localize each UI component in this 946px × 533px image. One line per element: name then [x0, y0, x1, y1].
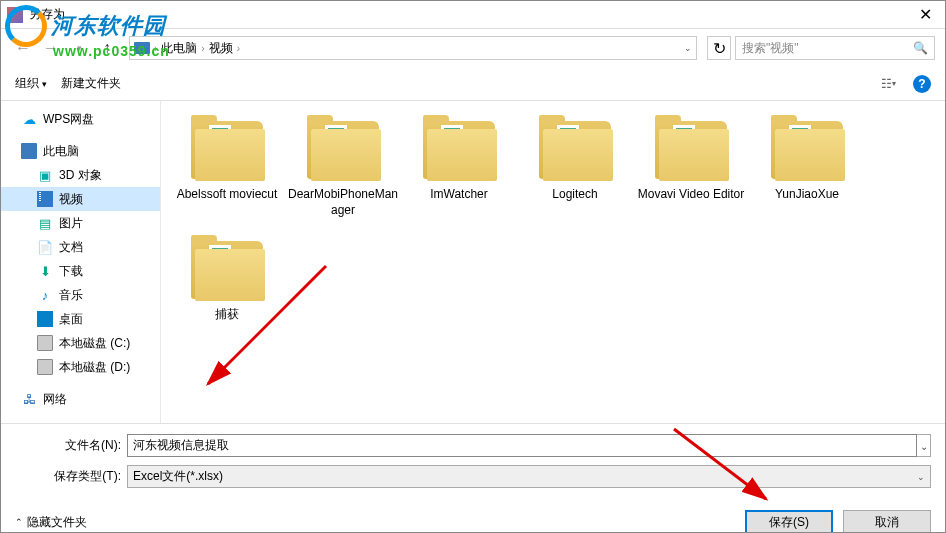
close-button[interactable]: ✕	[905, 1, 945, 29]
dl-icon: ⬇	[37, 263, 53, 279]
sidebar-item-label: 桌面	[59, 311, 83, 328]
folder-item[interactable]: Abelssoft moviecut	[169, 115, 285, 235]
sidebar-item-wps[interactable]: ☁WPS网盘	[1, 107, 160, 131]
folder-label: DearMobiPhoneManager	[285, 187, 401, 218]
pic-icon: ▤	[37, 215, 53, 231]
sidebar-item-disk[interactable]: 本地磁盘 (C:)	[1, 331, 160, 355]
app-icon	[7, 7, 23, 23]
cancel-button[interactable]: 取消	[843, 510, 931, 533]
navbar: ← → ▾ ↑ › 此电脑 › 视频 › ⌄ ↻ 搜索"视频" 🔍	[1, 29, 945, 67]
folder-icon	[191, 241, 263, 299]
sidebar-item-label: 视频	[59, 191, 83, 208]
sidebar-item-pic[interactable]: ▤图片	[1, 211, 160, 235]
search-input[interactable]: 搜索"视频" 🔍	[735, 36, 935, 60]
sidebar-item-label: 文档	[59, 239, 83, 256]
new-folder-button[interactable]: 新建文件夹	[61, 75, 121, 92]
filename-label: 文件名(N):	[15, 437, 127, 454]
search-placeholder: 搜索"视频"	[742, 40, 799, 57]
dropdown-icon: ⌄	[917, 472, 925, 482]
toolbar: 组织 ▾ 新建文件夹 ☷ ▾ ?	[1, 67, 945, 101]
filename-dropdown-icon[interactable]: ⌄	[917, 434, 931, 457]
sidebar-item-desk[interactable]: 桌面	[1, 307, 160, 331]
folder-label: Abelssoft moviecut	[175, 187, 280, 203]
folder-icon	[423, 121, 495, 179]
sidebar-item-label: 图片	[59, 215, 83, 232]
folder-label: YunJiaoXue	[773, 187, 841, 203]
pc-icon	[134, 42, 150, 54]
folder-label: Logitech	[550, 187, 599, 203]
net-icon: 🖧	[21, 391, 37, 407]
sidebar-item-label: 本地磁盘 (C:)	[59, 335, 130, 352]
sidebar: ☁WPS网盘此电脑▣3D 对象视频▤图片📄文档⬇下载♪音乐桌面本地磁盘 (C:)…	[1, 101, 161, 423]
folder-label: Movavi Video Editor	[636, 187, 747, 203]
video-icon	[37, 191, 53, 207]
sidebar-item-pc[interactable]: 此电脑	[1, 139, 160, 163]
wps-icon: ☁	[21, 111, 37, 127]
sidebar-item-label: 本地磁盘 (D:)	[59, 359, 130, 376]
folder-item[interactable]: Logitech	[517, 115, 633, 235]
folder-item[interactable]: Movavi Video Editor	[633, 115, 749, 235]
disk-icon	[37, 359, 53, 375]
chevron-icon: ›	[201, 43, 204, 54]
folder-icon	[307, 121, 379, 179]
doc-icon: 📄	[37, 239, 53, 255]
folder-content[interactable]: Abelssoft moviecutDearMobiPhoneManagerIm…	[161, 101, 945, 423]
filetype-value: Excel文件(*.xlsx)	[133, 468, 223, 485]
search-icon: 🔍	[913, 41, 928, 55]
window-title: 另存为	[29, 6, 905, 23]
footer: ⌃ 隐藏文件夹 保存(S) 取消	[1, 496, 945, 533]
3d-icon: ▣	[37, 167, 53, 183]
hide-folders-button[interactable]: ⌃ 隐藏文件夹	[15, 514, 87, 531]
dropdown-icon[interactable]: ⌄	[684, 43, 692, 53]
pc-icon	[21, 143, 37, 159]
sidebar-item-dl[interactable]: ⬇下载	[1, 259, 160, 283]
sidebar-item-label: WPS网盘	[43, 111, 94, 128]
bottom-fields: 文件名(N): ⌄ 保存类型(T): Excel文件(*.xlsx) ⌄	[1, 423, 945, 488]
sidebar-item-label: 音乐	[59, 287, 83, 304]
breadcrumb[interactable]: › 此电脑 › 视频 › ⌄	[129, 36, 697, 60]
filetype-label: 保存类型(T):	[15, 468, 127, 485]
sidebar-item-music[interactable]: ♪音乐	[1, 283, 160, 307]
folder-icon	[655, 121, 727, 179]
filetype-select[interactable]: Excel文件(*.xlsx) ⌄	[127, 465, 931, 488]
disk-icon	[37, 335, 53, 351]
chevron-icon: ›	[154, 43, 157, 54]
help-icon[interactable]: ?	[913, 75, 931, 93]
sidebar-item-3d[interactable]: ▣3D 对象	[1, 163, 160, 187]
sidebar-item-disk[interactable]: 本地磁盘 (D:)	[1, 355, 160, 379]
sidebar-item-doc[interactable]: 📄文档	[1, 235, 160, 259]
desk-icon	[37, 311, 53, 327]
back-button[interactable]: ←	[11, 36, 35, 60]
folder-label: 捕获	[213, 307, 241, 323]
sidebar-item-label: 3D 对象	[59, 167, 102, 184]
music-icon: ♪	[37, 287, 53, 303]
folder-icon	[191, 121, 263, 179]
folder-label: ImWatcher	[428, 187, 490, 203]
recent-button[interactable]: ▾	[67, 36, 91, 60]
folder-icon	[539, 121, 611, 179]
folder-item[interactable]: 捕获	[169, 235, 285, 355]
folder-item[interactable]: ImWatcher	[401, 115, 517, 235]
sidebar-item-label: 下载	[59, 263, 83, 280]
breadcrumb-item[interactable]: 视频	[209, 40, 233, 57]
filename-input[interactable]	[127, 434, 917, 457]
sidebar-item-label: 此电脑	[43, 143, 79, 160]
folder-item[interactable]: DearMobiPhoneManager	[285, 115, 401, 235]
forward-button: →	[39, 36, 63, 60]
organize-button[interactable]: 组织 ▾	[15, 75, 47, 92]
view-mode-button[interactable]: ☷ ▾	[877, 74, 899, 94]
chevron-up-icon: ⌃	[15, 517, 23, 527]
folder-item[interactable]: YunJiaoXue	[749, 115, 865, 235]
folder-icon	[771, 121, 843, 179]
sidebar-item-net[interactable]: 🖧网络	[1, 387, 160, 411]
chevron-icon: ›	[237, 43, 240, 54]
refresh-button[interactable]: ↻	[707, 36, 731, 60]
breadcrumb-item[interactable]: 此电脑	[161, 40, 197, 57]
up-button[interactable]: ↑	[95, 36, 119, 60]
titlebar: 另存为 ✕	[1, 1, 945, 29]
save-button[interactable]: 保存(S)	[745, 510, 833, 533]
main-area: ☁WPS网盘此电脑▣3D 对象视频▤图片📄文档⬇下载♪音乐桌面本地磁盘 (C:)…	[1, 101, 945, 423]
sidebar-item-video[interactable]: 视频	[1, 187, 160, 211]
sidebar-item-label: 网络	[43, 391, 67, 408]
